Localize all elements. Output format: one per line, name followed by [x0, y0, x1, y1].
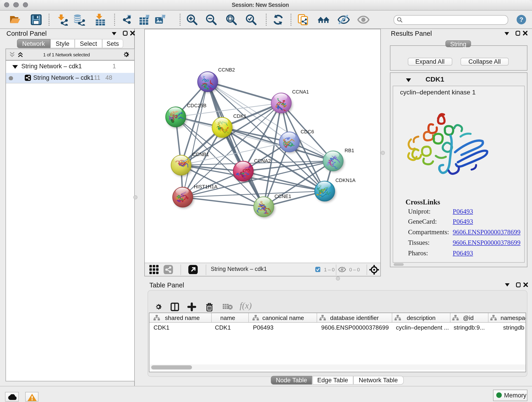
svg-text:HIST1H1A: HIST1H1A — [194, 184, 218, 189]
svg-text:CDC6: CDC6 — [301, 128, 314, 134]
svg-text:CCNE1: CCNE1 — [274, 193, 291, 199]
svg-text:CDK1: CDK1 — [233, 113, 247, 119]
svg-text:CCNA2: CCNA2 — [254, 158, 271, 163]
svg-text:CDKN1A: CDKN1A — [336, 177, 355, 183]
svg-text:CCNB1: CCNB1 — [192, 151, 209, 157]
svg-text:RB1: RB1 — [345, 147, 354, 153]
svg-text:CCNB2: CCNB2 — [218, 67, 235, 72]
svg-text:CDC25B: CDC25B — [187, 102, 206, 108]
svg-text:?: ? — [519, 16, 523, 23]
svg-text:CCNA1: CCNA1 — [292, 89, 309, 95]
